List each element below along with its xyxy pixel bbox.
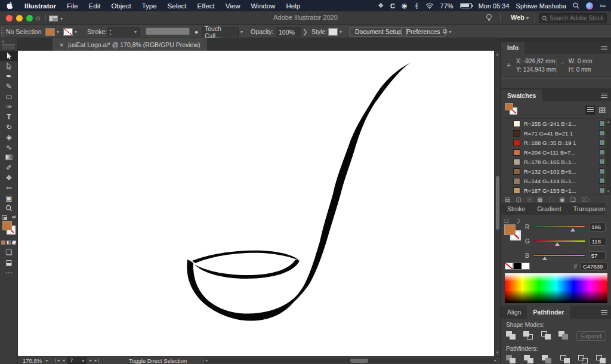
pathfinder-crop-icon[interactable]	[560, 355, 570, 364]
creative-cloud-icon[interactable]: ◉	[402, 2, 408, 10]
shaper-tool[interactable]: ◈	[0, 132, 18, 142]
blend-tool[interactable]: ❖	[0, 172, 18, 183]
swatch-row[interactable]: R=188 G=35 B=19 1	[501, 138, 611, 147]
new-color-group-icon[interactable]: ▣	[559, 196, 564, 203]
b-value-field[interactable]: 57	[589, 251, 606, 260]
siri-icon[interactable]	[586, 2, 593, 10]
opacity-label[interactable]: Opacity:	[251, 28, 274, 35]
panel-collapse-icon[interactable]: »	[2, 39, 4, 44]
fill-color-swatch[interactable]	[2, 221, 12, 230]
chevron-down-icon[interactable]: ▾	[240, 29, 243, 35]
menu-help[interactable]: Help	[280, 2, 306, 10]
scroll-right-arrow[interactable]: ▸	[494, 358, 496, 363]
menu-effect[interactable]: Effect	[192, 2, 220, 10]
pathfinder-minus-back-icon[interactable]	[596, 355, 606, 364]
chevron-down-icon[interactable]: ▾	[57, 29, 59, 35]
stroke-weight-stepper[interactable]: ▴▾	[107, 27, 113, 36]
g-slider[interactable]	[533, 240, 586, 242]
pathfinder-divide-icon[interactable]	[506, 355, 516, 364]
direct-selection-tool[interactable]	[0, 61, 18, 71]
fill-color-swatch[interactable]	[45, 28, 55, 36]
r-slider[interactable]	[533, 226, 585, 228]
menu-type[interactable]: Type	[137, 2, 162, 10]
prev-artboard-button[interactable]: ◂	[63, 358, 65, 363]
bluetooth-icon[interactable]	[414, 2, 419, 10]
eyedropper-tool[interactable]: ✐	[0, 162, 18, 172]
swatch-row[interactable]: R=144 G=124 B=1...	[501, 176, 611, 186]
tab-align[interactable]: Align	[501, 306, 527, 319]
tab-gradient[interactable]: Gradient	[531, 203, 567, 215]
selection-tool[interactable]	[0, 51, 18, 61]
toolbar-drag-handle[interactable]	[2, 44, 15, 50]
black-color-chip[interactable]	[513, 263, 521, 270]
screen-mode-button[interactable]: ⬓	[0, 257, 18, 267]
zoom-tool[interactable]	[0, 203, 18, 213]
tab-pathfinder[interactable]: Pathfinder	[527, 306, 570, 319]
apple-logo-icon[interactable]	[5, 1, 14, 11]
new-swatch-icon[interactable]: ❏	[570, 196, 576, 203]
g-value-field[interactable]: 118	[590, 237, 606, 246]
color-mode-button[interactable]	[1, 240, 5, 245]
vertical-scrollbar[interactable]: ▲ ▼	[494, 51, 500, 356]
more-tools-button[interactable]: ⋯	[0, 267, 18, 277]
swatch-options-icon[interactable]: ▦	[537, 196, 542, 203]
type-tool[interactable]: T	[0, 112, 18, 122]
shape-mode-minus-front-icon[interactable]	[523, 331, 533, 341]
swap-fill-stroke-icon[interactable]: ⇄	[12, 214, 16, 220]
panel-menu-icon[interactable]	[597, 306, 611, 319]
menu-edit[interactable]: Edit	[84, 2, 106, 10]
artboard-canvas[interactable]	[18, 51, 494, 356]
menubar-user[interactable]: Sphiwe Mashaba	[516, 2, 566, 10]
menu-file[interactable]: File	[61, 2, 84, 10]
pen-tool[interactable]: ✒	[0, 71, 18, 81]
chevron-down-icon[interactable]: ▾	[45, 358, 48, 363]
artboard-number-field[interactable]: 7▾	[67, 357, 87, 364]
vertical-scroll-thumb[interactable]	[496, 176, 499, 230]
b-slider[interactable]	[533, 254, 585, 257]
shape-mode-exclude-icon[interactable]	[558, 331, 569, 341]
rotate-tool[interactable]: ↻	[0, 122, 18, 132]
pathfinder-outline-icon[interactable]	[578, 355, 588, 364]
swatch-row[interactable]: R=187 G=153 B=1...	[501, 186, 611, 195]
symbol-sprayer-tool[interactable]: ∾	[0, 183, 18, 193]
grid-view-button[interactable]	[597, 106, 607, 115]
document-setup-button[interactable]: Document Setup	[350, 27, 407, 36]
color-spectrum[interactable]	[505, 273, 607, 303]
swatch-row[interactable]: R=132 G=102 B=6...	[501, 166, 611, 176]
swatch-libraries-icon[interactable]: ▤	[505, 196, 510, 203]
brush-definition-dropdown[interactable]: Touch Call...	[202, 27, 239, 36]
panel-menu-icon[interactable]	[597, 90, 611, 101]
artboard-tool[interactable]: ▣	[0, 193, 18, 203]
horizontal-scrollbar[interactable]: ◂ ▸	[204, 358, 498, 363]
pathfinder-trim-icon[interactable]	[524, 355, 534, 364]
paintbrush-tool[interactable]: ✑	[0, 101, 18, 112]
control-center-icon[interactable]: ≔	[600, 2, 606, 10]
none-color-chip[interactable]	[505, 263, 513, 270]
scroll-down-arrow[interactable]: ▼	[495, 351, 500, 354]
gradient-tool[interactable]	[0, 152, 18, 162]
r-value-field[interactable]: 196	[589, 223, 606, 232]
curvature-tool[interactable]: ✎	[0, 81, 18, 91]
adobe-cc-icon[interactable]: C	[390, 2, 395, 10]
swatch-themes-icon[interactable]: ◫	[516, 196, 521, 203]
hex-value-field[interactable]: C47639	[580, 262, 607, 271]
swatch-row[interactable]: R=255 G=241 B=2...	[501, 119, 611, 128]
expand-button[interactable]: Expand	[576, 331, 606, 341]
shape-mode-intersect-icon[interactable]	[541, 331, 551, 341]
share-icon[interactable]: ⧉ ▾	[443, 27, 451, 35]
panel-menu-icon[interactable]	[597, 42, 611, 54]
tab-stroke[interactable]: Stroke	[501, 203, 531, 215]
shape-mode-unite-icon[interactable]	[506, 331, 516, 341]
scroll-left-arrow[interactable]: ◂	[205, 358, 208, 363]
pathfinder-merge-icon[interactable]	[542, 355, 552, 364]
menubar-clock[interactable]: Mon 05:34	[479, 2, 510, 10]
white-color-chip[interactable]	[521, 263, 530, 270]
width-tool[interactable]: ∿	[0, 142, 18, 152]
close-tab-icon[interactable]: ×	[60, 41, 63, 48]
swatch-row[interactable]: R=178 G=165 B=1...	[501, 157, 611, 166]
stroke-weight-field[interactable]: ▾	[115, 27, 140, 36]
swap-fill-stroke-icon[interactable]: ⤸	[517, 218, 520, 224]
stroke-profile-dropdown[interactable]	[146, 27, 190, 35]
chevron-down-icon[interactable]: ▾	[340, 29, 342, 35]
document-tab[interactable]: × jusEat Logo.ai* @ 170,8% (RGB/GPU Prev…	[53, 38, 207, 51]
